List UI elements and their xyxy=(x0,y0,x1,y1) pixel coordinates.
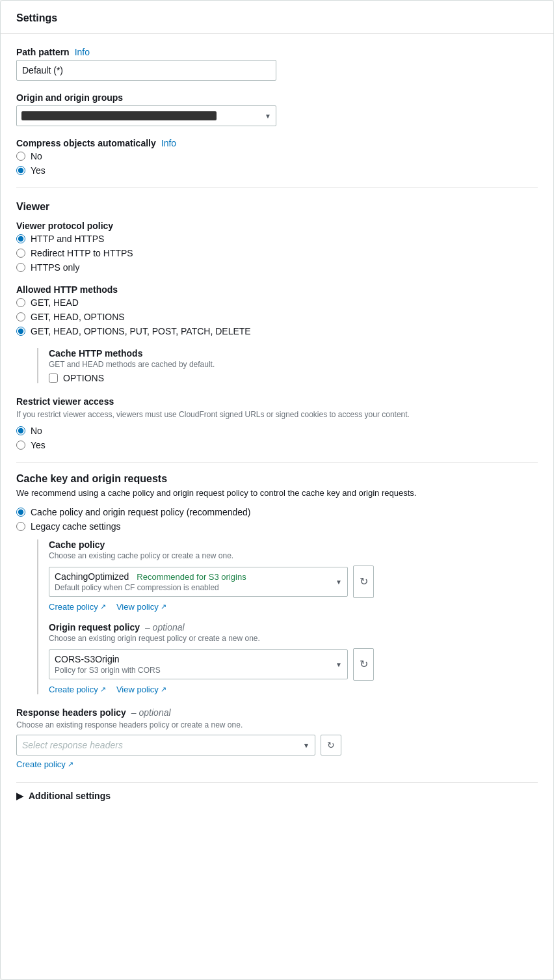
cache-policy-select-row: CachingOptimized Recommended for S3 orig… xyxy=(49,565,538,598)
origin-groups-select[interactable] xyxy=(16,105,276,126)
options-checkbox-item[interactable]: OPTIONS xyxy=(49,373,538,383)
response-headers-create-link[interactable]: Create policy ↗ xyxy=(16,759,73,769)
cache-policy-select[interactable]: CachingOptimized Recommended for S3 orig… xyxy=(49,567,348,597)
response-headers-refresh-button[interactable]: ↻ xyxy=(321,735,341,755)
method-get-head-options-radio[interactable] xyxy=(16,312,25,321)
path-pattern-label: Path pattern Info xyxy=(16,47,538,57)
origin-request-policy-select[interactable]: CORS-S3Origin ▼ Policy for S3 origin wit… xyxy=(49,649,348,679)
origin-policy-create-link[interactable]: Create policy ↗ xyxy=(49,685,106,694)
origin-policy-optional-label: – optional xyxy=(145,622,185,633)
origin-request-policy-name: CORS-S3Origin xyxy=(55,654,120,664)
legacy-cache-option[interactable]: Legacy cache settings xyxy=(16,521,538,532)
restrict-no-option[interactable]: No xyxy=(16,426,538,436)
origin-request-policy-sub: Policy for S3 origin with CORS xyxy=(55,666,329,675)
cache-policy-create-link[interactable]: Create policy ↗ xyxy=(49,602,106,612)
restrict-viewer-access-label: Restrict viewer access xyxy=(16,396,538,407)
origin-request-policy-select-row: CORS-S3Origin ▼ Policy for S3 origin wit… xyxy=(49,648,538,681)
origin-request-policy-arrow: ▼ xyxy=(336,660,342,668)
cache-policy-recommended: Recommended for S3 origins xyxy=(137,572,246,582)
cache-key-radio-group: Cache policy and origin request policy (… xyxy=(16,507,538,532)
cache-policy-label: Cache policy xyxy=(49,539,538,550)
response-headers-select-row: Select response headers ▼ ↻ xyxy=(16,735,538,755)
path-pattern-info-link[interactable]: Info xyxy=(75,47,90,57)
protocol-http-https-option[interactable]: HTTP and HTTPS xyxy=(16,234,538,244)
additional-settings-toggle[interactable]: ▶ Additional settings xyxy=(16,791,538,801)
settings-panel: Settings Path pattern Info Origin and or… xyxy=(0,0,554,980)
viewer-protocol-policy-group: Viewer protocol policy HTTP and HTTPS Re… xyxy=(16,221,538,273)
additional-settings-chevron-icon: ▶ xyxy=(16,791,23,801)
protocol-http-https-radio[interactable] xyxy=(16,234,25,243)
restrict-yes-radio[interactable] xyxy=(16,441,25,450)
legacy-cache-radio[interactable] xyxy=(16,522,25,531)
origin-groups-group: Origin and origin groups xyxy=(16,92,538,126)
response-headers-group: Response headers policy – optional Choos… xyxy=(16,707,538,769)
method-all-radio[interactable] xyxy=(16,327,25,336)
compress-yes-option[interactable]: Yes xyxy=(16,165,538,176)
view-origin-policy-external-icon: ↗ xyxy=(161,685,166,694)
allowed-http-methods-group: Allowed HTTP methods GET, HEAD GET, HEAD… xyxy=(16,284,538,336)
viewer-protocol-policy-label: Viewer protocol policy xyxy=(16,221,538,231)
cache-policy-name: CachingOptimized xyxy=(55,571,129,582)
origin-request-policy-group: Origin request policy – optional Choose … xyxy=(49,622,538,694)
origin-policy-view-link[interactable]: View policy ↗ xyxy=(116,685,166,694)
cache-http-methods-label: Cache HTTP methods xyxy=(49,348,538,359)
restrict-viewer-radio-group: No Yes xyxy=(16,426,538,450)
origin-request-policy-links: Create policy ↗ View policy ↗ xyxy=(49,685,538,694)
cache-policy-refresh-button[interactable]: ↻ xyxy=(353,565,374,598)
cache-policy-option[interactable]: Cache policy and origin request policy (… xyxy=(16,507,538,517)
origin-request-policy-label: Origin request policy – optional xyxy=(49,622,538,633)
cache-policy-select-arrow: ▼ xyxy=(336,578,342,585)
method-get-head-radio[interactable] xyxy=(16,298,25,307)
protocol-redirect-radio[interactable] xyxy=(16,249,25,258)
compress-yes-radio[interactable] xyxy=(16,166,25,175)
response-headers-optional-label: – optional xyxy=(131,707,171,718)
response-headers-select-wrapper: Select response headers ▼ xyxy=(16,735,315,755)
cache-key-desc: We recommend using a cache policy and or… xyxy=(16,487,432,499)
view-cache-policy-external-icon: ↗ xyxy=(161,603,166,611)
compress-objects-label: Compress objects automatically Info xyxy=(16,138,538,148)
options-checkbox[interactable] xyxy=(49,374,58,383)
cache-http-methods-group: Cache HTTP methods GET and HEAD methods … xyxy=(37,348,538,383)
restrict-viewer-access-desc: If you restrict viewer access, viewers m… xyxy=(16,409,419,420)
compress-objects-radio-group: No Yes xyxy=(16,151,538,176)
cache-policy-view-link[interactable]: View policy ↗ xyxy=(116,602,166,612)
cache-policy-radio[interactable] xyxy=(16,508,25,517)
viewer-section-title: Viewer xyxy=(16,201,538,213)
allowed-http-methods-label: Allowed HTTP methods xyxy=(16,284,538,295)
path-pattern-group: Path pattern Info xyxy=(16,47,538,81)
restrict-yes-option[interactable]: Yes xyxy=(16,440,538,450)
create-response-headers-external-icon: ↗ xyxy=(68,760,73,769)
additional-settings-section: ▶ Additional settings xyxy=(16,782,538,801)
method-get-head-option[interactable]: GET, HEAD xyxy=(16,297,538,308)
additional-settings-label: Additional settings xyxy=(29,791,111,801)
divider-1 xyxy=(16,187,538,188)
cache-key-section: Cache key and origin requests We recomme… xyxy=(16,473,538,694)
allowed-http-methods-radio-group: GET, HEAD GET, HEAD, OPTIONS GET, HEAD, … xyxy=(16,297,538,336)
response-headers-desc: Choose an existing response headers poli… xyxy=(16,720,538,729)
response-headers-label: Response headers policy – optional xyxy=(16,707,538,718)
page-title: Settings xyxy=(1,1,553,34)
response-headers-links: Create policy ↗ xyxy=(16,759,538,769)
compress-objects-info-link[interactable]: Info xyxy=(161,138,176,148)
cache-policy-links: Create policy ↗ View policy ↗ xyxy=(49,602,538,612)
compress-objects-group: Compress objects automatically Info No Y… xyxy=(16,138,538,176)
method-get-head-options-option[interactable]: GET, HEAD, OPTIONS xyxy=(16,312,538,322)
restrict-viewer-access-group: Restrict viewer access If you restrict v… xyxy=(16,396,538,450)
protocol-https-only-radio[interactable] xyxy=(16,263,25,272)
protocol-redirect-option[interactable]: Redirect HTTP to HTTPS xyxy=(16,248,538,258)
cache-policy-nested: Cache policy Choose an existing cache po… xyxy=(37,539,538,694)
protocol-https-only-option[interactable]: HTTPS only xyxy=(16,262,538,273)
compress-no-option[interactable]: No xyxy=(16,151,538,161)
origin-request-policy-refresh-button[interactable]: ↻ xyxy=(353,648,374,681)
cache-key-title: Cache key and origin requests xyxy=(16,473,538,485)
create-origin-policy-external-icon: ↗ xyxy=(100,685,106,694)
cache-http-methods-desc: GET and HEAD methods are cached by defau… xyxy=(49,360,538,369)
divider-2 xyxy=(16,462,538,463)
path-pattern-input[interactable] xyxy=(16,60,276,81)
origin-request-policy-desc: Choose an existing origin request policy… xyxy=(49,634,538,643)
viewer-section: Viewer Viewer protocol policy HTTP and H… xyxy=(16,201,538,450)
restrict-no-radio[interactable] xyxy=(16,426,25,435)
method-all-option[interactable]: GET, HEAD, OPTIONS, PUT, POST, PATCH, DE… xyxy=(16,326,538,336)
cache-policy-desc: Choose an existing cache policy or creat… xyxy=(49,551,538,560)
compress-no-radio[interactable] xyxy=(16,152,25,161)
